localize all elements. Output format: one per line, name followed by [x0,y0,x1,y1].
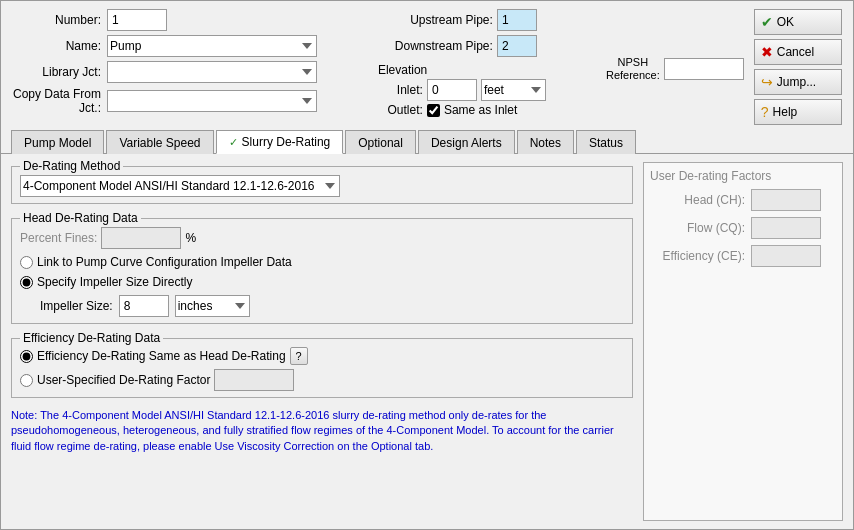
flow-cq-label: Flow (CQ): [650,221,745,235]
efficiency-derating-group: Efficiency De-Rating Data Efficiency De-… [11,338,633,398]
right-panel: User De-rating Factors Head (CH): Flow (… [643,162,843,521]
tab-status-label: Status [589,136,623,150]
user-derating-title: User De-rating Factors [650,169,836,183]
flow-cq-input[interactable] [751,217,821,239]
tab-check-icon: ✓ [229,136,238,149]
derating-select-row: 4-Component Model ANSI/HI Standard 12.1-… [20,175,624,197]
upstream-pipe-row: Upstream Pipe: [378,9,596,31]
percent-fines-label: Percent Fines: [20,231,97,245]
jump-icon: ↪ [761,74,773,90]
same-as-inlet-checkbox[interactable] [427,104,440,117]
left-fields: Number: Name: Pump Library Jct: Copy Dat… [11,9,368,125]
jump-button[interactable]: ↪ Jump... [754,69,842,95]
tab-variable-speed-label: Variable Speed [119,136,200,150]
name-select[interactable]: Pump [107,35,317,57]
eff-user-row: User-Specified De-Rating Factor [20,369,624,391]
tabs-bar: Pump Model Variable Speed ✓ Slurry De-Ra… [1,129,853,154]
radio-specify[interactable] [20,276,33,289]
efficiency-ce-input[interactable] [751,245,821,267]
eff-same-row: Efficiency De-Rating Same as Head De-Rat… [20,347,624,365]
note-text: Note: The 4-Component Model ANSI/HI Stan… [11,408,633,454]
inlet-row: Inlet: feet meters [378,79,596,101]
eff-same-radio[interactable] [20,350,33,363]
tab-design-alerts-label: Design Alerts [431,136,502,150]
tab-slurry-derating-label: Slurry De-Rating [242,135,331,149]
top-section: Number: Name: Pump Library Jct: Copy Dat… [1,1,853,129]
cancel-icon: ✖ [761,44,773,60]
percent-fines-row: Percent Fines: % [20,227,624,249]
tab-variable-speed[interactable]: Variable Speed [106,130,213,154]
right-buttons: ✔ OK ✖ Cancel ↪ Jump... ? Help [754,9,843,125]
number-row: Number: [11,9,368,31]
inlet-input[interactable] [427,79,477,101]
eff-user-input[interactable] [214,369,294,391]
upstream-pipe-input[interactable] [497,9,537,31]
derating-method-label: De-Rating Method [20,159,123,173]
name-row: Name: Pump [11,35,368,57]
tab-design-alerts[interactable]: Design Alerts [418,130,515,154]
impeller-size-input[interactable] [119,295,169,317]
tab-notes-label: Notes [530,136,561,150]
elevation-section: Elevation Inlet: feet meters Outlet: Sam… [378,63,596,117]
number-label: Number: [11,13,101,27]
derating-method-select[interactable]: 4-Component Model ANSI/HI Standard 12.1-… [20,175,340,197]
radio-link-row: Link to Pump Curve Configuration Impelle… [20,255,624,269]
ok-label: OK [777,15,794,29]
downstream-pipe-label: Downstream Pipe: [378,39,493,53]
eff-user-radio[interactable] [20,374,33,387]
head-ch-input[interactable] [751,189,821,211]
elevation-title: Elevation [378,63,427,77]
head-derating-group: Head De-Rating Data Percent Fines: % Lin… [11,218,633,324]
number-input[interactable] [107,9,167,31]
left-panel: De-Rating Method 4-Component Model ANSI/… [11,162,633,521]
npsh-section: NPSH Reference: [606,13,744,125]
inlet-unit-select[interactable]: feet meters [481,79,546,101]
eff-help-button[interactable]: ? [290,347,308,365]
tab-pump-model[interactable]: Pump Model [11,130,104,154]
cancel-button[interactable]: ✖ Cancel [754,39,842,65]
library-jct-select[interactable] [107,61,317,83]
main-content: De-Rating Method 4-Component Model ANSI/… [1,154,853,529]
help-label: Help [773,105,798,119]
npsh-label: NPSH Reference: [606,56,660,82]
ok-icon: ✔ [761,14,773,30]
cancel-label: Cancel [777,45,814,59]
library-jct-label: Library Jct: [11,65,101,79]
efficiency-ce-row: Efficiency (CE): [650,245,836,267]
middle-fields: Upstream Pipe: Downstream Pipe: Elevatio… [378,9,596,125]
jump-label: Jump... [777,75,816,89]
head-derating-label: Head De-Rating Data [20,211,141,225]
eff-same-label: Efficiency De-Rating Same as Head De-Rat… [37,349,286,363]
impeller-size-label: Impeller Size: [40,299,113,313]
tab-status[interactable]: Status [576,130,636,154]
dialog: Number: Name: Pump Library Jct: Copy Dat… [0,0,854,530]
outlet-label: Outlet: [378,103,423,117]
tab-notes[interactable]: Notes [517,130,574,154]
impeller-unit-select[interactable]: inches mm cm feet [175,295,250,317]
help-button[interactable]: ? Help [754,99,842,125]
downstream-pipe-input[interactable] [497,35,537,57]
head-ch-row: Head (CH): [650,189,836,211]
library-jct-row: Library Jct: [11,61,368,83]
npsh-input[interactable] [664,58,744,80]
name-label: Name: [11,39,101,53]
ok-button[interactable]: ✔ OK [754,9,842,35]
inlet-label: Inlet: [378,83,423,97]
percent-fines-input[interactable] [101,227,181,249]
flow-cq-row: Flow (CQ): [650,217,836,239]
same-as-inlet-label: Same as Inlet [444,103,517,117]
copy-data-select[interactable] [107,90,317,112]
help-icon: ? [761,104,769,120]
radio-link[interactable] [20,256,33,269]
derating-method-group: De-Rating Method 4-Component Model ANSI/… [11,166,633,204]
tab-optional-label: Optional [358,136,403,150]
head-ch-label: Head (CH): [650,193,745,207]
same-as-inlet-container: Same as Inlet [427,103,517,117]
copy-data-row: Copy Data From Jct.: [11,87,368,115]
outlet-row: Outlet: Same as Inlet [378,103,596,117]
radio-specify-label: Specify Impeller Size Directly [37,275,192,289]
tab-optional[interactable]: Optional [345,130,416,154]
upstream-pipe-label: Upstream Pipe: [378,13,493,27]
copy-data-label: Copy Data From Jct.: [11,87,101,115]
tab-slurry-derating[interactable]: ✓ Slurry De-Rating [216,130,344,154]
